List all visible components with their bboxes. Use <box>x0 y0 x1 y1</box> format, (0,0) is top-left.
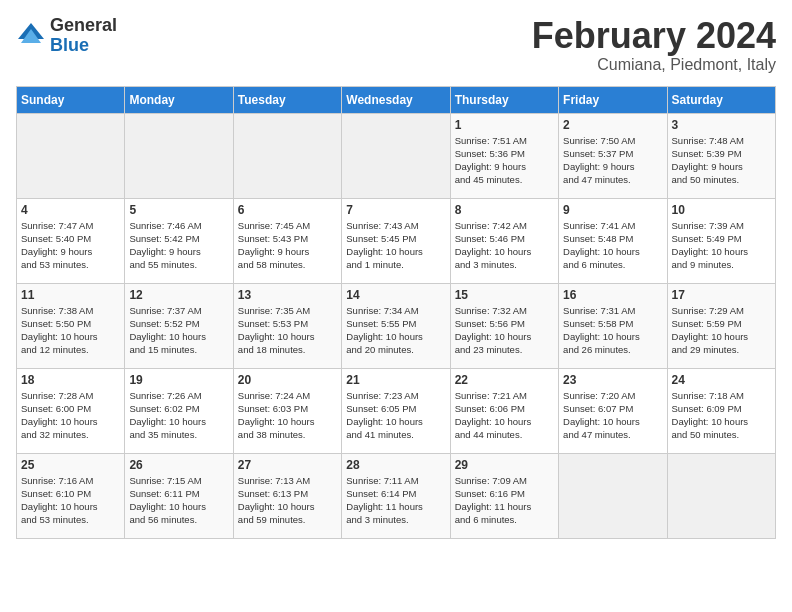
day-info: Sunrise: 7:09 AM Sunset: 6:16 PM Dayligh… <box>455 474 554 527</box>
calendar-cell: 19Sunrise: 7:26 AM Sunset: 6:02 PM Dayli… <box>125 368 233 453</box>
logo-icon <box>16 21 46 51</box>
day-number: 22 <box>455 373 554 387</box>
day-number: 7 <box>346 203 445 217</box>
day-number: 13 <box>238 288 337 302</box>
day-info: Sunrise: 7:39 AM Sunset: 5:49 PM Dayligh… <box>672 219 771 272</box>
day-number: 27 <box>238 458 337 472</box>
day-info: Sunrise: 7:41 AM Sunset: 5:48 PM Dayligh… <box>563 219 662 272</box>
day-info: Sunrise: 7:31 AM Sunset: 5:58 PM Dayligh… <box>563 304 662 357</box>
day-number: 18 <box>21 373 120 387</box>
day-info: Sunrise: 7:42 AM Sunset: 5:46 PM Dayligh… <box>455 219 554 272</box>
calendar-cell: 29Sunrise: 7:09 AM Sunset: 6:16 PM Dayli… <box>450 453 558 538</box>
day-number: 15 <box>455 288 554 302</box>
weekday-header: Tuesday <box>233 86 341 113</box>
calendar-cell: 18Sunrise: 7:28 AM Sunset: 6:00 PM Dayli… <box>17 368 125 453</box>
calendar-cell: 21Sunrise: 7:23 AM Sunset: 6:05 PM Dayli… <box>342 368 450 453</box>
calendar-cell: 11Sunrise: 7:38 AM Sunset: 5:50 PM Dayli… <box>17 283 125 368</box>
day-info: Sunrise: 7:45 AM Sunset: 5:43 PM Dayligh… <box>238 219 337 272</box>
day-info: Sunrise: 7:46 AM Sunset: 5:42 PM Dayligh… <box>129 219 228 272</box>
day-number: 1 <box>455 118 554 132</box>
calendar-cell: 28Sunrise: 7:11 AM Sunset: 6:14 PM Dayli… <box>342 453 450 538</box>
calendar-cell: 15Sunrise: 7:32 AM Sunset: 5:56 PM Dayli… <box>450 283 558 368</box>
day-number: 10 <box>672 203 771 217</box>
weekday-header: Sunday <box>17 86 125 113</box>
calendar-cell: 6Sunrise: 7:45 AM Sunset: 5:43 PM Daylig… <box>233 198 341 283</box>
calendar-cell: 23Sunrise: 7:20 AM Sunset: 6:07 PM Dayli… <box>559 368 667 453</box>
day-info: Sunrise: 7:51 AM Sunset: 5:36 PM Dayligh… <box>455 134 554 187</box>
calendar-week-row: 4Sunrise: 7:47 AM Sunset: 5:40 PM Daylig… <box>17 198 776 283</box>
calendar-week-row: 18Sunrise: 7:28 AM Sunset: 6:00 PM Dayli… <box>17 368 776 453</box>
calendar-title: February 2024 <box>532 16 776 56</box>
calendar-cell: 12Sunrise: 7:37 AM Sunset: 5:52 PM Dayli… <box>125 283 233 368</box>
day-number: 19 <box>129 373 228 387</box>
calendar-cell: 22Sunrise: 7:21 AM Sunset: 6:06 PM Dayli… <box>450 368 558 453</box>
day-info: Sunrise: 7:29 AM Sunset: 5:59 PM Dayligh… <box>672 304 771 357</box>
day-number: 16 <box>563 288 662 302</box>
calendar-cell: 20Sunrise: 7:24 AM Sunset: 6:03 PM Dayli… <box>233 368 341 453</box>
calendar-cell: 9Sunrise: 7:41 AM Sunset: 5:48 PM Daylig… <box>559 198 667 283</box>
weekday-row: SundayMondayTuesdayWednesdayThursdayFrid… <box>17 86 776 113</box>
day-info: Sunrise: 7:47 AM Sunset: 5:40 PM Dayligh… <box>21 219 120 272</box>
calendar-cell: 17Sunrise: 7:29 AM Sunset: 5:59 PM Dayli… <box>667 283 775 368</box>
weekday-header: Thursday <box>450 86 558 113</box>
weekday-header: Saturday <box>667 86 775 113</box>
day-number: 9 <box>563 203 662 217</box>
calendar-cell <box>17 113 125 198</box>
weekday-header: Friday <box>559 86 667 113</box>
title-area: February 2024 Cumiana, Piedmont, Italy <box>532 16 776 74</box>
day-number: 2 <box>563 118 662 132</box>
day-info: Sunrise: 7:50 AM Sunset: 5:37 PM Dayligh… <box>563 134 662 187</box>
calendar-cell: 5Sunrise: 7:46 AM Sunset: 5:42 PM Daylig… <box>125 198 233 283</box>
day-number: 11 <box>21 288 120 302</box>
calendar-cell: 1Sunrise: 7:51 AM Sunset: 5:36 PM Daylig… <box>450 113 558 198</box>
day-number: 25 <box>21 458 120 472</box>
calendar-cell: 7Sunrise: 7:43 AM Sunset: 5:45 PM Daylig… <box>342 198 450 283</box>
day-info: Sunrise: 7:11 AM Sunset: 6:14 PM Dayligh… <box>346 474 445 527</box>
day-info: Sunrise: 7:43 AM Sunset: 5:45 PM Dayligh… <box>346 219 445 272</box>
calendar-cell <box>125 113 233 198</box>
calendar-cell <box>559 453 667 538</box>
day-info: Sunrise: 7:32 AM Sunset: 5:56 PM Dayligh… <box>455 304 554 357</box>
calendar-table: SundayMondayTuesdayWednesdayThursdayFrid… <box>16 86 776 539</box>
day-info: Sunrise: 7:16 AM Sunset: 6:10 PM Dayligh… <box>21 474 120 527</box>
day-number: 8 <box>455 203 554 217</box>
calendar-week-row: 25Sunrise: 7:16 AM Sunset: 6:10 PM Dayli… <box>17 453 776 538</box>
calendar-week-row: 11Sunrise: 7:38 AM Sunset: 5:50 PM Dayli… <box>17 283 776 368</box>
day-info: Sunrise: 7:35 AM Sunset: 5:53 PM Dayligh… <box>238 304 337 357</box>
calendar-cell <box>342 113 450 198</box>
day-info: Sunrise: 7:20 AM Sunset: 6:07 PM Dayligh… <box>563 389 662 442</box>
day-number: 17 <box>672 288 771 302</box>
weekday-header: Monday <box>125 86 233 113</box>
calendar-cell <box>667 453 775 538</box>
calendar-subtitle: Cumiana, Piedmont, Italy <box>532 56 776 74</box>
page-header: General Blue February 2024 Cumiana, Pied… <box>16 16 776 74</box>
calendar-cell: 27Sunrise: 7:13 AM Sunset: 6:13 PM Dayli… <box>233 453 341 538</box>
calendar-cell: 4Sunrise: 7:47 AM Sunset: 5:40 PM Daylig… <box>17 198 125 283</box>
day-info: Sunrise: 7:15 AM Sunset: 6:11 PM Dayligh… <box>129 474 228 527</box>
day-number: 24 <box>672 373 771 387</box>
calendar-body: 1Sunrise: 7:51 AM Sunset: 5:36 PM Daylig… <box>17 113 776 538</box>
day-number: 12 <box>129 288 228 302</box>
day-number: 20 <box>238 373 337 387</box>
day-number: 21 <box>346 373 445 387</box>
day-number: 14 <box>346 288 445 302</box>
day-number: 28 <box>346 458 445 472</box>
day-number: 29 <box>455 458 554 472</box>
calendar-cell: 2Sunrise: 7:50 AM Sunset: 5:37 PM Daylig… <box>559 113 667 198</box>
logo-blue: Blue <box>50 35 89 55</box>
calendar-cell: 8Sunrise: 7:42 AM Sunset: 5:46 PM Daylig… <box>450 198 558 283</box>
day-info: Sunrise: 7:21 AM Sunset: 6:06 PM Dayligh… <box>455 389 554 442</box>
logo: General Blue <box>16 16 117 56</box>
calendar-cell: 14Sunrise: 7:34 AM Sunset: 5:55 PM Dayli… <box>342 283 450 368</box>
day-number: 3 <box>672 118 771 132</box>
day-number: 23 <box>563 373 662 387</box>
day-info: Sunrise: 7:34 AM Sunset: 5:55 PM Dayligh… <box>346 304 445 357</box>
calendar-header: SundayMondayTuesdayWednesdayThursdayFrid… <box>17 86 776 113</box>
calendar-cell: 3Sunrise: 7:48 AM Sunset: 5:39 PM Daylig… <box>667 113 775 198</box>
logo-general: General <box>50 15 117 35</box>
calendar-cell: 10Sunrise: 7:39 AM Sunset: 5:49 PM Dayli… <box>667 198 775 283</box>
calendar-cell: 13Sunrise: 7:35 AM Sunset: 5:53 PM Dayli… <box>233 283 341 368</box>
calendar-cell: 24Sunrise: 7:18 AM Sunset: 6:09 PM Dayli… <box>667 368 775 453</box>
day-info: Sunrise: 7:23 AM Sunset: 6:05 PM Dayligh… <box>346 389 445 442</box>
day-info: Sunrise: 7:13 AM Sunset: 6:13 PM Dayligh… <box>238 474 337 527</box>
